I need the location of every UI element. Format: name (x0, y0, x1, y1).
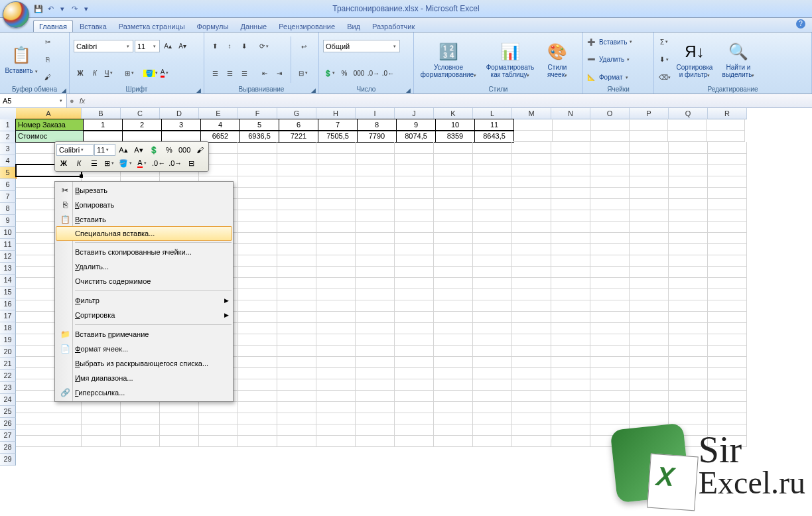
cell[interactable] (512, 277, 551, 289)
align-center-icon[interactable]: ☰ (223, 66, 236, 80)
format-as-table-button[interactable]: 📊Форматировать как таблицу▾ (482, 34, 539, 86)
cell[interactable] (277, 266, 316, 278)
cell[interactable] (590, 311, 630, 323)
cell[interactable] (277, 210, 316, 222)
border-button[interactable]: ⊞▾ (123, 66, 137, 80)
align-middle-icon[interactable]: ↕ (223, 40, 236, 53)
cell[interactable] (356, 142, 395, 154)
cell[interactable] (434, 345, 473, 357)
cell[interactable] (630, 221, 669, 233)
ribbon-tab-7[interactable]: Разработчик (367, 21, 420, 32)
cell[interactable] (356, 198, 395, 210)
cell[interactable] (238, 289, 277, 300)
cell[interactable] (160, 401, 199, 413)
find-select-button[interactable]: 🔍Найти и выделить▾ (718, 34, 759, 86)
cell[interactable] (434, 266, 473, 278)
cell[interactable] (669, 198, 708, 210)
cell[interactable] (16, 435, 82, 447)
paste-button[interactable]: 📋 Вставить ▾ (4, 34, 38, 86)
cell[interactable] (356, 311, 395, 323)
cell[interactable] (708, 334, 747, 346)
cell[interactable] (551, 142, 590, 154)
cell[interactable] (669, 322, 708, 334)
cell[interactable] (669, 311, 708, 323)
cell[interactable] (356, 379, 395, 391)
cell[interactable] (277, 187, 316, 199)
cell[interactable] (473, 198, 512, 210)
cell[interactable] (277, 322, 316, 334)
cell[interactable] (277, 367, 316, 379)
cell[interactable] (708, 210, 747, 222)
column-header[interactable]: I (356, 108, 395, 119)
cell[interactable] (434, 413, 473, 424)
cell[interactable] (434, 367, 473, 379)
cell[interactable] (199, 401, 238, 413)
cell[interactable] (473, 311, 512, 323)
cell[interactable] (316, 176, 356, 188)
cell[interactable] (590, 266, 630, 278)
cell[interactable] (708, 300, 747, 312)
cell[interactable] (82, 401, 121, 413)
cell[interactable] (395, 300, 434, 312)
cell[interactable] (316, 322, 356, 334)
cell[interactable] (434, 322, 473, 334)
cell[interactable] (356, 266, 395, 278)
cell[interactable] (669, 367, 708, 379)
cell[interactable] (473, 266, 512, 278)
cell[interactable] (630, 413, 669, 424)
cell[interactable] (512, 255, 551, 267)
cell[interactable] (316, 379, 356, 391)
cell[interactable] (238, 322, 277, 334)
cell[interactable]: 8643,5 (474, 130, 514, 143)
cell[interactable] (590, 277, 630, 289)
cell[interactable] (552, 130, 591, 142)
cell[interactable] (512, 311, 551, 323)
cell[interactable] (395, 176, 434, 188)
cell[interactable] (551, 266, 590, 278)
cell[interactable] (238, 334, 277, 346)
row-header[interactable]: 11 (0, 239, 16, 251)
cell[interactable] (356, 435, 395, 447)
row-header[interactable]: 9 (0, 215, 16, 227)
cell[interactable] (316, 153, 356, 165)
row-header[interactable]: 17 (0, 310, 16, 322)
context-menu-item[interactable]: Выбрать из раскрывающегося списка... (56, 356, 232, 371)
cell[interactable] (395, 311, 434, 323)
cell[interactable] (277, 243, 316, 255)
cell[interactable] (238, 401, 277, 413)
cell[interactable] (238, 300, 277, 312)
cell[interactable] (356, 232, 395, 244)
cell[interactable] (708, 198, 747, 210)
cell[interactable] (630, 266, 669, 278)
cell[interactable] (667, 119, 707, 131)
cell[interactable] (434, 424, 473, 436)
cell[interactable] (316, 221, 356, 233)
cell[interactable] (512, 356, 551, 368)
cell[interactable] (356, 424, 395, 436)
row-header[interactable]: 15 (0, 287, 16, 298)
cell[interactable] (434, 210, 473, 222)
cell[interactable] (590, 176, 630, 188)
cell[interactable] (434, 390, 473, 402)
context-menu-item[interactable]: Сортировка▶ (56, 308, 232, 322)
cell[interactable] (473, 142, 512, 154)
column-header[interactable]: D (160, 108, 199, 119)
cell[interactable] (316, 356, 356, 368)
shrink-font-icon[interactable]: A▾ (176, 40, 189, 53)
cell[interactable] (590, 119, 630, 131)
cell[interactable] (356, 255, 395, 267)
cell[interactable] (395, 367, 434, 379)
context-menu-item[interactable]: 📁Вставить примечание (56, 327, 232, 342)
cell[interactable] (512, 232, 551, 244)
cancel-icon[interactable]: ● (70, 97, 74, 105)
column-header[interactable]: P (630, 108, 669, 119)
cell[interactable] (512, 176, 551, 188)
cell[interactable] (708, 277, 747, 289)
cell[interactable] (356, 334, 395, 346)
cell[interactable] (512, 142, 551, 154)
cell[interactable] (512, 221, 551, 233)
wrap-text-icon[interactable]: ↩ (296, 40, 312, 53)
cell[interactable] (316, 401, 356, 413)
cell-styles-button[interactable]: 🎨Стили ячеек▾ (541, 34, 573, 86)
cell[interactable] (706, 130, 745, 142)
